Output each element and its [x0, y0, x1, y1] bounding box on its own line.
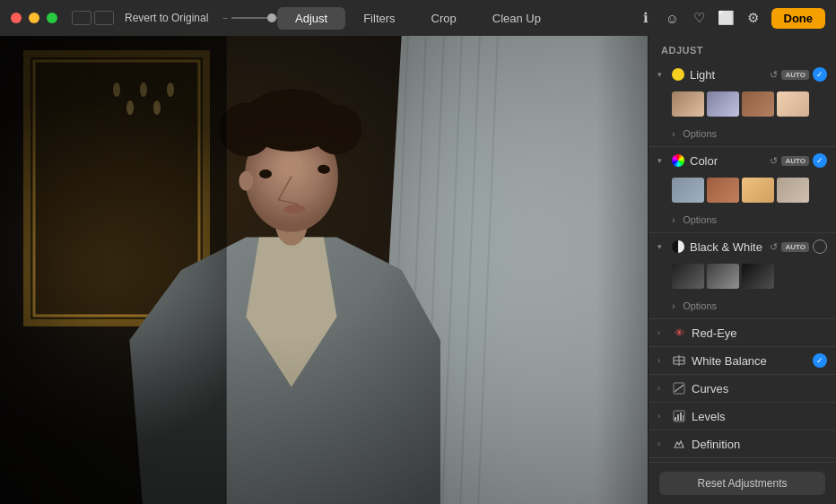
bw-section-header[interactable]: ▾ Black & White ↺ AUTO — [649, 233, 836, 260]
light-undo-icon[interactable]: ↺ — [770, 69, 778, 81]
white-balance-row[interactable]: › White Balance ✓ — [649, 347, 836, 375]
titlebar: Revert to Original − + Adjust Filters Cr… — [0, 0, 836, 36]
bw-section: ▾ Black & White ↺ AUTO › Option — [649, 233, 836, 319]
light-section-header[interactable]: ▾ Light ↺ AUTO ✓ — [649, 61, 836, 88]
color-thumb-3[interactable] — [742, 178, 774, 203]
red-eye-title: Red-Eye — [692, 326, 827, 340]
color-undo-icon[interactable]: ↺ — [770, 155, 778, 167]
color-check-icon[interactable]: ✓ — [813, 153, 827, 168]
info-button[interactable]: ℹ — [637, 9, 655, 27]
share-button[interactable]: ⬜ — [718, 9, 736, 27]
bw-thumb-3[interactable] — [742, 264, 774, 289]
curves-chevron-icon: › — [657, 384, 666, 393]
light-thumb-1[interactable] — [672, 91, 704, 117]
light-title: Light — [690, 68, 764, 82]
svg-rect-8 — [683, 415, 684, 421]
view-toggle — [72, 11, 114, 25]
view-single-button[interactable] — [72, 11, 91, 25]
color-options-chevron-icon: › — [672, 214, 675, 225]
tab-filters[interactable]: Filters — [345, 7, 413, 30]
tab-adjust[interactable]: Adjust — [277, 7, 345, 30]
light-options-label: Options — [683, 128, 717, 139]
bw-circle-icon[interactable] — [813, 239, 827, 254]
definition-chevron-icon: › — [657, 439, 666, 448]
traffic-lights — [11, 13, 57, 23]
bw-thumb-1[interactable] — [672, 264, 704, 289]
bw-thumbnails — [649, 260, 836, 294]
photo-canvas — [0, 36, 648, 504]
sidebar-header: ADJUST — [649, 36, 836, 61]
bw-undo-icon[interactable]: ↺ — [770, 241, 778, 253]
color-thumb-2[interactable] — [707, 178, 739, 203]
red-eye-icon: 👁 — [672, 326, 686, 340]
bw-actions: ↺ AUTO — [770, 239, 827, 254]
white-balance-check-icon: ✓ — [813, 353, 827, 368]
color-chevron-icon: ▾ — [657, 156, 666, 165]
light-sun-icon — [672, 68, 684, 81]
curves-icon — [672, 381, 686, 395]
more-button[interactable]: ⚙ — [745, 9, 762, 27]
maximize-button[interactable] — [47, 13, 57, 23]
bw-thumb-2[interactable] — [707, 264, 739, 289]
titlebar-controls: Revert to Original − + — [72, 11, 312, 25]
definition-row[interactable]: › Definition — [649, 430, 836, 458]
definition-icon — [672, 437, 686, 451]
light-thumbnails — [649, 88, 836, 122]
light-thumb-2[interactable] — [707, 91, 739, 117]
color-section-header[interactable]: ▾ Color ↺ AUTO ✓ — [649, 147, 836, 174]
light-auto-badge[interactable]: AUTO — [781, 70, 809, 80]
curves-title: Curves — [692, 382, 827, 395]
tab-cleanup[interactable]: Clean Up — [475, 7, 559, 30]
light-thumb-3[interactable] — [742, 91, 774, 117]
minimize-button[interactable] — [29, 13, 39, 23]
levels-row[interactable]: › Levels — [649, 403, 836, 430]
levels-icon — [672, 409, 686, 423]
emoji-button[interactable]: ☺ — [664, 9, 682, 27]
light-options-chevron-icon: › — [672, 128, 675, 139]
bw-options[interactable]: › Options — [649, 294, 836, 318]
color-section: ▾ Color ↺ AUTO ✓ › Op — [649, 147, 836, 233]
view-split-button[interactable] — [94, 11, 114, 25]
done-button[interactable]: Done — [771, 8, 826, 29]
svg-rect-5 — [675, 417, 676, 421]
white-balance-title: White Balance — [692, 354, 807, 368]
reset-adjustments-button[interactable]: Reset Adjustments — [659, 472, 825, 495]
reset-btn-container: Reset Adjustments — [649, 462, 836, 504]
bw-title: Black & White — [690, 240, 764, 254]
color-options[interactable]: › Options — [649, 208, 836, 232]
bw-options-chevron-icon: › — [672, 300, 675, 311]
color-thumb-4[interactable] — [777, 178, 809, 203]
tab-crop[interactable]: Crop — [414, 7, 475, 30]
red-eye-chevron-icon: › — [657, 328, 666, 337]
revert-button[interactable]: Revert to Original — [125, 12, 208, 24]
close-button[interactable] — [11, 13, 22, 23]
light-check-icon[interactable]: ✓ — [813, 67, 827, 82]
zoom-minus-icon: − — [222, 13, 228, 23]
bw-icon — [672, 240, 684, 253]
sidebar-content: ▾ Light ↺ AUTO ✓ › Op — [649, 61, 836, 462]
heart-button[interactable]: ♡ — [691, 9, 709, 27]
color-actions: ↺ AUTO ✓ — [770, 153, 827, 168]
photo-area — [0, 36, 648, 504]
red-eye-row[interactable]: › 👁 Red-Eye — [649, 319, 836, 347]
definition-title: Definition — [692, 438, 827, 451]
bw-options-label: Options — [683, 300, 717, 311]
light-thumb-4[interactable] — [777, 91, 809, 117]
white-balance-chevron-icon: › — [657, 356, 666, 365]
bw-chevron-icon: ▾ — [657, 242, 666, 251]
light-section: ▾ Light ↺ AUTO ✓ › Op — [649, 61, 836, 147]
nav-tabs: Adjust Filters Crop Clean Up — [277, 7, 559, 30]
sidebar: ADJUST ▾ Light ↺ AUTO ✓ — [648, 36, 836, 504]
color-auto-badge[interactable]: AUTO — [781, 156, 809, 166]
main-content: ADJUST ▾ Light ↺ AUTO ✓ — [0, 36, 836, 504]
curves-row[interactable]: › Curves — [649, 375, 836, 403]
bw-auto-badge[interactable]: AUTO — [781, 242, 809, 252]
color-thumb-1[interactable] — [672, 178, 704, 203]
levels-title: Levels — [692, 410, 827, 423]
light-options[interactable]: › Options — [649, 122, 836, 146]
color-options-label: Options — [683, 214, 717, 225]
light-actions: ↺ AUTO ✓ — [770, 67, 827, 82]
color-circle-icon — [672, 154, 684, 167]
titlebar-right: ℹ ☺ ♡ ⬜ ⚙ Done — [637, 8, 826, 29]
color-thumbnails — [649, 174, 836, 208]
